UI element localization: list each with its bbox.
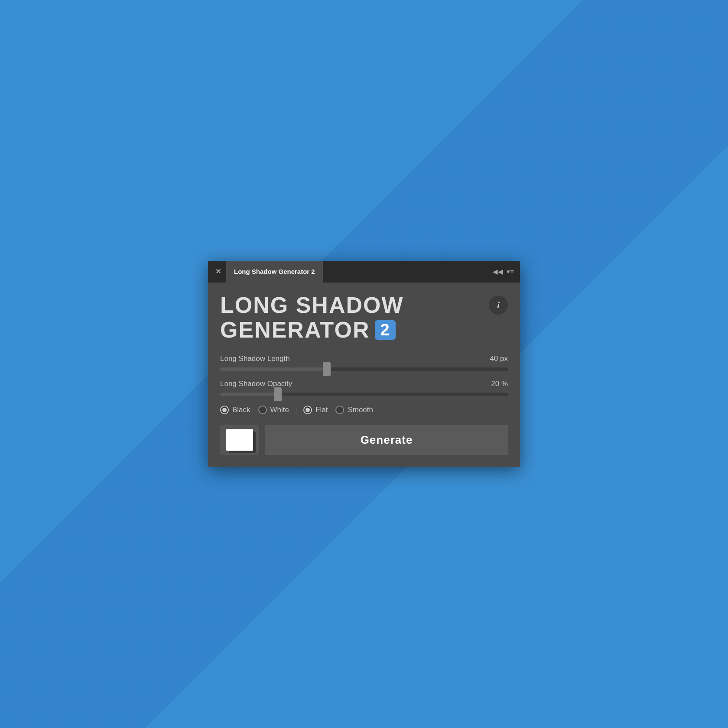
- opacity-label: Long Shadow Opacity: [220, 380, 292, 388]
- length-slider-track[interactable]: [220, 367, 508, 371]
- length-label: Long Shadow Length: [220, 354, 290, 363]
- title-bar-right: ◀◀ ▾≡: [493, 268, 520, 276]
- length-slider-section: Long Shadow Length 40 px: [220, 354, 508, 371]
- radio-smooth-circle: [335, 406, 344, 414]
- radio-black[interactable]: Black: [220, 406, 250, 414]
- title-bar-left: ✕ Long Shadow Generator 2: [208, 261, 323, 283]
- length-slider-thumb[interactable]: [323, 362, 331, 376]
- generate-button[interactable]: Generate: [265, 425, 508, 455]
- length-slider-header: Long Shadow Length 40 px: [220, 354, 508, 363]
- radio-white[interactable]: White: [258, 406, 289, 414]
- color-swatch-inner: [226, 429, 253, 451]
- radio-black-label: Black: [232, 406, 250, 414]
- logo-line2: GENERATOR 2: [220, 318, 404, 342]
- radio-white-label: White: [270, 406, 289, 414]
- opacity-slider-track[interactable]: [220, 393, 508, 396]
- info-button[interactable]: i: [489, 296, 508, 315]
- radio-divider: [296, 405, 296, 415]
- logo-area: LONG SHADOW GENERATOR 2 i: [220, 293, 508, 342]
- menu-button[interactable]: ▾≡: [507, 268, 514, 276]
- length-value: 40 px: [490, 354, 508, 363]
- logo-line1: LONG SHADOW: [220, 293, 404, 318]
- radio-flat-label: Flat: [315, 406, 328, 414]
- radio-smooth-label: Smooth: [348, 406, 373, 414]
- opacity-slider-thumb[interactable]: [274, 387, 282, 401]
- bottom-row: Generate: [220, 425, 508, 455]
- radio-flat[interactable]: Flat: [303, 406, 328, 414]
- opacity-value: 20 %: [491, 380, 508, 388]
- length-slider-fill: [220, 367, 327, 371]
- plugin-panel: ✕ Long Shadow Generator 2 ◀◀ ▾≡ LONG SHA…: [208, 261, 520, 467]
- radio-section: Black White Flat Smooth: [220, 405, 508, 415]
- color-swatch[interactable]: [220, 425, 259, 455]
- radio-white-circle: [258, 406, 267, 414]
- opacity-slider-section: Long Shadow Opacity 20 %: [220, 380, 508, 396]
- radio-smooth[interactable]: Smooth: [335, 406, 373, 414]
- opacity-slider-header: Long Shadow Opacity 20 %: [220, 380, 508, 388]
- tab-title: Long Shadow Generator 2: [226, 261, 323, 283]
- version-badge: 2: [375, 320, 395, 340]
- title-bar: ✕ Long Shadow Generator 2 ◀◀ ▾≡: [208, 261, 520, 283]
- radio-flat-circle: [303, 406, 312, 414]
- close-button[interactable]: ✕: [214, 268, 222, 276]
- logo-text: LONG SHADOW GENERATOR 2: [220, 293, 404, 342]
- radio-black-circle: [220, 406, 229, 414]
- main-content: LONG SHADOW GENERATOR 2 i Long Shadow Le…: [208, 283, 520, 467]
- back-button[interactable]: ◀◀: [493, 268, 503, 276]
- opacity-slider-fill: [220, 393, 278, 396]
